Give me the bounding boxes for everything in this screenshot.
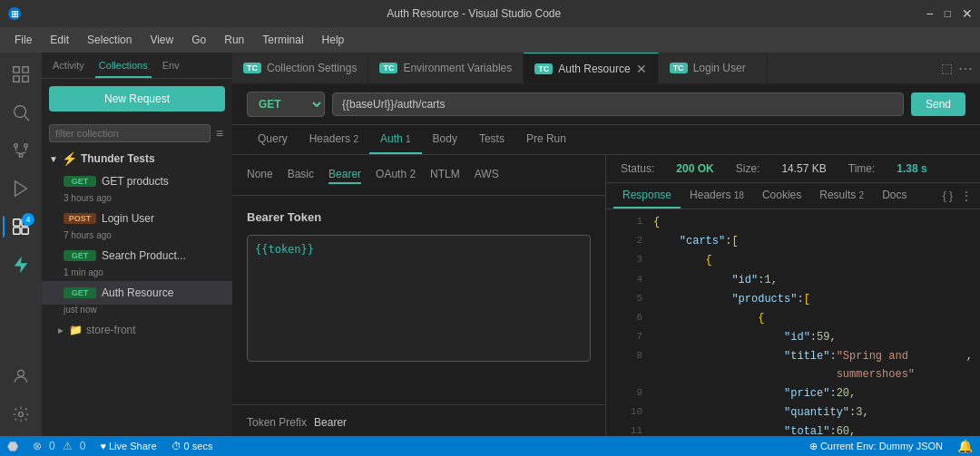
- tab-login-user[interactable]: TC Login User: [659, 53, 768, 83]
- extensions-activity-icon[interactable]: 4: [3, 209, 39, 245]
- tab-label-auth: Auth Resource: [558, 63, 630, 75]
- search-activity-icon[interactable]: [3, 94, 39, 131]
- split-editor-icon[interactable]: ⬚: [941, 61, 953, 75]
- json-line: 3 {: [606, 251, 980, 270]
- tab-env-variables[interactable]: TC Environment Variables: [368, 53, 524, 83]
- resp-results-count: 2: [859, 190, 865, 200]
- method-select[interactable]: GET POST PUT DELETE: [247, 92, 325, 117]
- menu-view[interactable]: View: [142, 32, 181, 48]
- auth-panel: None Basic Bearer OAuth 2 NTLM AWS Beare…: [232, 155, 606, 436]
- status-label: Status:: [621, 162, 654, 175]
- request-name-search: Search Product...: [102, 249, 225, 262]
- request-item-auth[interactable]: GET Auth Resource: [42, 281, 232, 305]
- sidebar-collection: ▼ ⚡ Thunder Tests GET GET products 3 hou…: [42, 148, 232, 436]
- tab-auth-resource[interactable]: TC Auth Resource ✕: [524, 53, 658, 83]
- titlebar-controls[interactable]: − □ ✕: [926, 6, 973, 21]
- status-errors[interactable]: ⊗ 0 ⚠ 0: [33, 440, 85, 452]
- req-tab-tests[interactable]: Tests: [468, 125, 515, 154]
- auth-type-ntlm[interactable]: NTLM: [430, 166, 460, 184]
- auth-type-bearer[interactable]: Bearer: [328, 166, 361, 184]
- more-icon[interactable]: ⋮: [960, 189, 973, 203]
- request-item-get-products[interactable]: GET GET products: [42, 170, 232, 193]
- menu-run[interactable]: Run: [217, 32, 251, 48]
- svg-point-2: [15, 106, 26, 118]
- tab-collection-settings[interactable]: TC Collection Settings: [232, 53, 368, 83]
- sidebar-tab-activity[interactable]: Activity: [49, 56, 88, 78]
- request-item-login-user[interactable]: POST Login User: [42, 207, 232, 230]
- url-input[interactable]: [332, 92, 904, 116]
- line-num: 9: [613, 385, 642, 402]
- status-value: 200 OK: [676, 162, 713, 175]
- tab-tc-badge-auth: TC: [534, 63, 553, 74]
- status-notification-icon[interactable]: 🔔: [957, 439, 973, 453]
- tab-tc-badge: TC: [243, 63, 261, 73]
- send-button[interactable]: Send: [911, 92, 965, 116]
- new-request-button[interactable]: New Request: [49, 86, 225, 112]
- account-activity-icon[interactable]: [3, 358, 39, 394]
- req-tab-prerun[interactable]: Pre Run: [515, 125, 577, 154]
- resp-tab-cookies[interactable]: Cookies: [753, 183, 810, 209]
- line-num: 10: [613, 404, 642, 421]
- thunder-activity-icon[interactable]: [3, 247, 39, 283]
- token-prefix-row: Token Prefix Bearer: [232, 404, 605, 436]
- statusbar: ⬣ ⊗ 0 ⚠ 0 ♥ Live Share ⏱ 0 secs ⊕ Curren…: [0, 436, 980, 456]
- titlebar-title: Auth Resource - Visual Studio Code: [387, 7, 561, 20]
- resp-tab-docs[interactable]: Docs: [873, 183, 916, 209]
- explorer-activity-icon[interactable]: [3, 56, 39, 92]
- menu-terminal[interactable]: Terminal: [255, 32, 310, 48]
- tab-tc-badge-env: TC: [379, 63, 397, 73]
- filter-collection-input[interactable]: [49, 124, 211, 142]
- json-icon[interactable]: { }: [943, 189, 953, 202]
- sidebar-tab-collections[interactable]: Collections: [95, 56, 152, 78]
- maximize-icon[interactable]: □: [945, 7, 951, 20]
- method-badge-get-search: GET: [64, 250, 96, 261]
- auth-type-none[interactable]: None: [247, 166, 273, 184]
- status-live-share[interactable]: ♥ Live Share: [100, 441, 156, 451]
- menu-selection[interactable]: Selection: [80, 32, 139, 48]
- sidebar-menu-button[interactable]: ≡: [214, 124, 225, 142]
- line-num: 3: [613, 252, 642, 268]
- menu-edit[interactable]: Edit: [43, 32, 76, 48]
- extensions-badge: 4: [22, 213, 34, 226]
- tab-close-button[interactable]: ✕: [636, 62, 647, 76]
- response-tabs: Response Headers 18 Cookies Results 2 Do…: [606, 183, 980, 209]
- folder-item-storefront[interactable]: ► 📁 store-front: [42, 318, 232, 342]
- settings-activity-icon[interactable]: [3, 396, 39, 432]
- menu-help[interactable]: Help: [315, 32, 352, 48]
- method-badge-get-auth: GET: [64, 287, 96, 298]
- auth-type-basic[interactable]: Basic: [288, 166, 314, 184]
- sidebar-tab-env[interactable]: Env: [159, 56, 183, 78]
- resp-tab-headers[interactable]: Headers 18: [681, 183, 753, 209]
- request-name-auth: Auth Resource: [102, 286, 225, 299]
- menu-go[interactable]: Go: [184, 32, 213, 48]
- svg-text:⊞: ⊞: [11, 9, 18, 19]
- request-url-area: GET POST PUT DELETE Send: [232, 84, 980, 125]
- menu-file[interactable]: File: [7, 32, 39, 48]
- git-activity-icon[interactable]: [3, 132, 39, 169]
- debug-activity-icon[interactable]: [3, 170, 39, 207]
- response-panel: Status: 200 OK Size: 14.57 KB Time: 1.38…: [606, 155, 980, 436]
- error-count: 0: [49, 440, 55, 452]
- status-env[interactable]: ⊕ Current Env: Dummy JSON: [809, 441, 943, 452]
- resp-tab-response[interactable]: Response: [613, 183, 681, 209]
- folder-name: store-front: [86, 324, 136, 336]
- warning-count: 0: [80, 440, 86, 452]
- collection-header-thunder-tests[interactable]: ▼ ⚡ Thunder Tests: [42, 148, 232, 170]
- request-item-search[interactable]: GET Search Product...: [42, 244, 232, 267]
- svg-point-4: [15, 144, 18, 148]
- minimize-icon[interactable]: −: [926, 6, 934, 21]
- main-content: TC Collection Settings TC Environment Va…: [232, 53, 980, 436]
- line-num: 8: [613, 348, 642, 364]
- req-tab-auth[interactable]: Auth 1: [369, 125, 422, 154]
- req-tab-body[interactable]: Body: [422, 125, 468, 154]
- resp-tab-results[interactable]: Results 2: [810, 183, 873, 209]
- auth-type-oauth2[interactable]: OAuth 2: [376, 166, 416, 184]
- auth-type-aws[interactable]: AWS: [475, 166, 499, 184]
- chevron-right-icon: ►: [56, 325, 65, 335]
- req-tab-query[interactable]: Query: [247, 125, 299, 154]
- close-icon[interactable]: ✕: [962, 6, 973, 21]
- req-tab-headers[interactable]: Headers 2: [299, 125, 369, 154]
- token-input[interactable]: {{token}}: [247, 235, 591, 362]
- json-line: 9 "price": 20,: [606, 384, 980, 403]
- more-actions-icon[interactable]: ⋯: [958, 60, 973, 77]
